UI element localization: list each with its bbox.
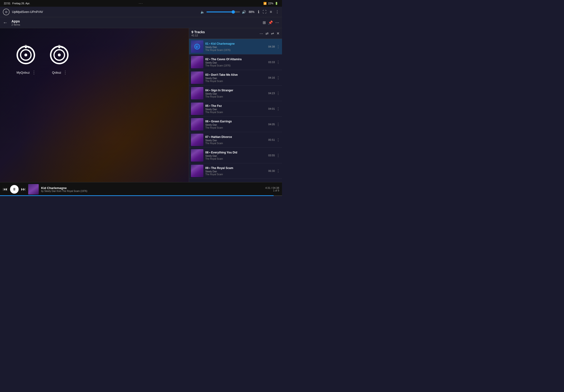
content-area: MyQobuz ⋮ Qobuz <box>0 28 282 182</box>
info-icon[interactable]: ℹ <box>258 10 259 14</box>
status-date: Freitag 26. Apr. <box>13 2 30 5</box>
app-item-myqobuz[interactable]: MyQobuz ⋮ <box>14 42 38 75</box>
play-overlay: ▶ <box>191 40 203 53</box>
track-item[interactable]: 02 • The Caves Of AltamiraSteely DanThe … <box>189 55 282 70</box>
volume-up-icon[interactable]: 🔊 <box>242 10 246 14</box>
now-playing-info: Kid Charlemagne by Steely Dan from The R… <box>41 186 263 192</box>
breadcrumb-subtitle: 2 Items <box>12 23 20 26</box>
track-more-icon[interactable]: ⋮ <box>276 122 280 127</box>
wifi-icon: 📶 <box>263 2 267 5</box>
track-album: The Royal Scam <box>205 95 266 98</box>
track-thumbnail <box>191 165 203 177</box>
track-info: 04 • Sign In StrangerSteely DanThe Royal… <box>203 89 268 98</box>
track-thumbnail <box>191 71 203 84</box>
myqobuz-menu-icon[interactable]: ⋮ <box>32 70 36 75</box>
app-name: UpMpdSven-UPnP/AV <box>12 10 43 14</box>
track-title: 08 • Everything You Did <box>205 151 266 154</box>
volume-slider[interactable] <box>206 12 240 13</box>
grid-icon[interactable]: ⊞ <box>263 20 266 25</box>
breadcrumb-title: Apps <box>12 19 20 23</box>
track-thumbnail <box>191 134 203 146</box>
svg-point-2 <box>24 54 27 56</box>
track-item[interactable]: 09 • The Royal ScamSteely DanThe Royal S… <box>189 163 282 179</box>
qobuz-label-row: Qobuz ⋮ <box>52 70 67 75</box>
track-more-icon[interactable]: ⋮ <box>276 91 280 96</box>
track-item[interactable]: 05 • The FezSteely DanThe Royal Scam04:0… <box>189 101 282 117</box>
track-thumbnail <box>191 118 203 130</box>
track-album: The Royal Scam <box>205 126 266 129</box>
track-more-icon[interactable]: ⋮ <box>276 107 280 111</box>
track-duration: 05:51 <box>268 138 275 141</box>
track-info: 06 • Green EarringsSteely DanThe Royal S… <box>203 120 268 129</box>
track-more-icon[interactable]: ⋮ <box>276 138 280 142</box>
track-item[interactable]: 08 • Everything You DidSteely DanThe Roy… <box>189 148 282 163</box>
track-thumbnail <box>191 102 203 115</box>
more-breadcrumb-icon[interactable]: ⋯ <box>275 20 279 25</box>
tracks-more-icon[interactable]: ⋯ <box>260 31 263 36</box>
tracks-clear-icon[interactable]: ✕ <box>276 31 280 36</box>
qobuz-logo <box>48 42 72 67</box>
play-pause-button[interactable]: ⏸ <box>10 185 19 194</box>
next-button[interactable]: ⏭ <box>21 186 26 192</box>
app-item-qobuz[interactable]: Qobuz ⋮ <box>48 42 72 75</box>
track-duration: 06:30 <box>268 169 275 172</box>
now-playing-progress[interactable] <box>0 195 282 196</box>
track-title: 01 • Kid Charlemagne <box>205 42 266 45</box>
track-more-icon[interactable]: ⋮ <box>276 153 280 158</box>
tracks-total: 41:12 <box>192 34 205 37</box>
status-bar: 22:51 Freitag 26. Apr. ··· 📶 22% 🔋 <box>0 0 282 7</box>
track-album: The Royal Scam <box>205 157 266 160</box>
track-item[interactable]: 03 • Don't Take Me AliveSteely DanThe Ro… <box>189 70 282 85</box>
track-artist: Steely Dan <box>205 170 266 173</box>
track-duration: 04:05 <box>268 123 275 126</box>
fullscreen-icon[interactable]: ⛶ <box>263 10 266 14</box>
more-icon[interactable]: ⋮ <box>275 10 279 14</box>
track-item[interactable]: ▶01 • Kid CharlemagneSteely DanThe Royal… <box>189 39 282 55</box>
status-time: 22:51 <box>4 2 11 5</box>
progress-fill <box>0 195 274 196</box>
toolbar-icons: ℹ ⛶ ≡ ⋮ <box>258 10 279 14</box>
track-artist: Steely Dan <box>205 61 266 64</box>
tracks-header: 9 Tracks 41:12 ⋯ ⇄ ⇌ ✕ <box>189 28 282 39</box>
track-thumbnail <box>191 56 203 68</box>
track-more-icon[interactable]: ⋮ <box>276 169 280 173</box>
track-more-icon[interactable]: ⋮ <box>276 44 280 49</box>
battery-icon: 🔋 <box>275 2 278 5</box>
track-more-icon[interactable]: ⋮ <box>276 76 280 80</box>
apps-grid: MyQobuz ⋮ Qobuz <box>0 28 189 89</box>
track-item[interactable]: 07 • Haitian DivorceSteely DanThe Royal … <box>189 132 282 148</box>
track-title: 07 • Haitian Divorce <box>205 135 266 139</box>
tracks-repeat-icon[interactable]: ⇌ <box>271 31 274 36</box>
np-track-num: 1 of 9 <box>265 189 279 192</box>
track-info: 07 • Haitian DivorceSteely DanThe Royal … <box>203 135 268 145</box>
svg-point-8 <box>58 54 61 56</box>
track-artist: Steely Dan <box>205 77 266 80</box>
track-thumbnail <box>191 87 203 99</box>
previous-button[interactable]: ⏮ <box>3 186 8 192</box>
right-panel[interactable]: 9 Tracks 41:12 ⋯ ⇄ ⇌ ✕ ▶01 • Kid Charlem… <box>189 28 282 182</box>
now-playing-subtitle: by Steely Dan from The Royal Scam (1976) <box>41 190 263 192</box>
now-playing-title: Kid Charlemagne <box>41 186 263 190</box>
tracks-shuffle-icon[interactable]: ⇄ <box>265 31 269 36</box>
track-album: The Royal Scam (1976) <box>205 49 266 51</box>
volume-section: 🔈 🔊 88% <box>201 10 255 14</box>
now-playing-bar: ⏮ ⏸ ⏭ Kid Charlemagne by Steely Dan from… <box>0 182 282 196</box>
back-button[interactable]: ← <box>3 20 8 25</box>
np-by: by <box>41 190 44 192</box>
track-info: 02 • The Caves Of AltamiraSteely DanThe … <box>203 58 268 67</box>
breadcrumb-bar: ← Apps 2 Items ⊞ 📌 ⋯ <box>0 17 282 28</box>
myqobuz-label: MyQobuz <box>16 71 30 74</box>
app-icon[interactable]: ⊙ <box>3 9 10 15</box>
track-item[interactable]: 04 • Sign In StrangerSteely DanThe Royal… <box>189 85 282 101</box>
track-title: 04 • Sign In Stranger <box>205 89 266 92</box>
track-artist: Steely Dan <box>205 108 266 111</box>
track-title: 06 • Green Earrings <box>205 120 266 123</box>
track-more-icon[interactable]: ⋮ <box>276 60 280 65</box>
qobuz-menu-icon[interactable]: ⋮ <box>63 70 67 75</box>
overflow-dots: ··· <box>139 2 143 5</box>
pin-icon[interactable]: 📌 <box>268 20 273 25</box>
track-artist: Steely Dan <box>205 155 266 157</box>
volume-mute-icon[interactable]: 🔈 <box>201 10 205 14</box>
queue-icon[interactable]: ≡ <box>270 10 272 14</box>
track-item[interactable]: 06 • Green EarringsSteely DanThe Royal S… <box>189 117 282 132</box>
